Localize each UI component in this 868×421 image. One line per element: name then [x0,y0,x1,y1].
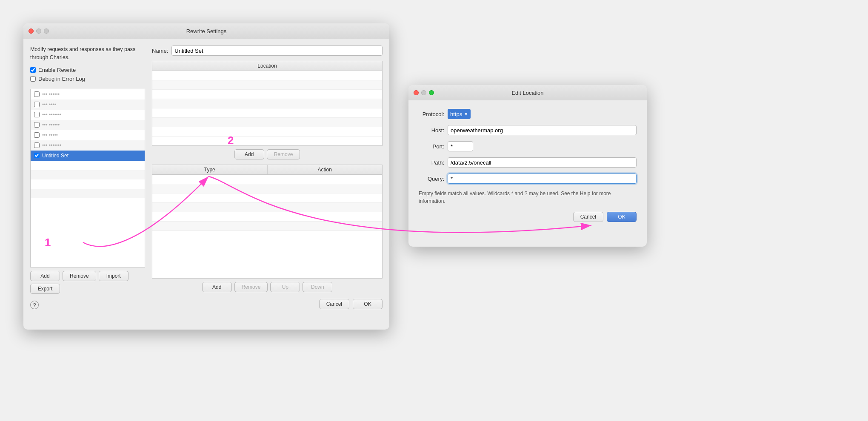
list-item-untitled-set[interactable]: Untitled Set [31,151,145,161]
main-ok-button[interactable]: OK [353,299,383,309]
edit-window-title: Edit Location [408,90,647,96]
sets-import-button[interactable]: Import [99,271,128,281]
main-content: Modify requests and responses as they pa… [23,39,389,316]
list-item[interactable] [31,170,145,179]
debug-error-log-row: Debug in Error Log [30,76,145,82]
action-down-button[interactable]: Down [303,282,332,292]
description-text: Modify requests and responses as they pa… [30,46,145,62]
action-col-header: Action [268,165,383,174]
list-item[interactable]: ••• ••••••• [31,140,145,151]
location-add-button[interactable]: Add [234,149,264,159]
edit-close-button[interactable] [414,90,419,95]
list-item[interactable]: ••• •••••• [31,89,145,100]
main-layout: Modify requests and responses as they pa… [30,46,383,309]
sets-add-button[interactable]: Add [30,271,60,281]
edit-ok-button[interactable]: OK [607,212,637,222]
table-row[interactable] [152,127,382,137]
enable-rewrite-row: Enable Rewrite [30,67,145,73]
location-remove-button[interactable]: Remove [267,149,300,159]
protocol-row: Protocol: https ▼ [419,109,637,119]
table-row[interactable] [152,90,382,99]
debug-error-log-checkbox[interactable] [30,76,36,82]
host-label: Host: [419,127,444,134]
list-item[interactable] [31,179,145,189]
protocol-select[interactable]: https ▼ [448,109,471,119]
edit-maximize-button[interactable] [429,90,434,95]
close-button[interactable] [29,28,34,34]
table-row[interactable] [152,108,382,118]
action-buttons: Add Remove Up Down [152,282,383,292]
query-row: Query: [419,174,637,184]
right-panel: Name: Location [152,46,383,309]
name-label: Name: [152,48,168,54]
host-row: Host: [419,125,637,135]
location-table: Location [152,61,383,146]
edit-traffic-lights [414,90,434,95]
minimize-button[interactable] [36,28,41,34]
edit-minimize-button[interactable] [421,90,426,95]
hint-text: Empty fields match all values. Wildcards… [419,190,637,205]
main-titlebar: Rewrite Settings [23,23,389,39]
list-item[interactable] [31,189,145,198]
action-remove-button[interactable]: Remove [234,282,268,292]
query-label: Query: [419,176,444,182]
debug-error-log-label: Debug in Error Log [38,76,85,82]
help-button[interactable]: ? [30,301,39,309]
list-item[interactable]: ••• •••• [31,100,145,110]
list-item[interactable] [31,161,145,170]
table-row[interactable] [152,222,382,231]
left-panel: Modify requests and responses as they pa… [30,46,145,309]
edit-cancel-button[interactable]: Cancel [573,212,603,222]
table-row[interactable] [152,175,382,184]
list-item[interactable]: ••• ••••••• [31,110,145,120]
path-row: Path: [419,157,637,168]
table-row[interactable] [152,184,382,193]
sets-export-button[interactable]: Export [30,284,60,294]
path-input[interactable] [448,157,637,168]
action-add-button[interactable]: Add [202,282,232,292]
type-action-table: Type Action [152,165,383,279]
edit-window: Edit Location Protocol: https ▼ Host: Po… [408,85,647,247]
protocol-value: https [450,111,462,117]
enable-rewrite-label: Enable Rewrite [38,67,76,73]
table-row[interactable] [152,231,382,240]
location-table-header: Location [152,61,382,71]
sets-list[interactable]: ••• •••••• ••• •••• ••• ••••••• [30,89,145,268]
table-row[interactable] [152,212,382,222]
type-action-rows [152,175,382,240]
table-row[interactable] [152,193,382,203]
type-col-header: Type [152,165,268,174]
table-row[interactable] [152,99,382,108]
port-label: Port: [419,143,444,150]
edit-bottom-buttons: Cancel OK [419,212,637,222]
query-input[interactable] [448,174,637,184]
chevron-down-icon: ▼ [464,112,468,117]
untitled-set-label: Untitled Set [42,153,69,159]
edit-titlebar: Edit Location [408,85,647,100]
table-row[interactable] [152,71,382,80]
main-cancel-button[interactable]: Cancel [319,299,349,309]
traffic-lights [29,28,49,34]
table-row[interactable] [152,203,382,212]
location-buttons: Add Remove [152,149,383,159]
edit-content: Protocol: https ▼ Host: Port: Path: Quer… [408,100,647,230]
table-row[interactable] [152,80,382,90]
name-row: Name: [152,46,383,56]
path-label: Path: [419,159,444,166]
maximize-button[interactable] [44,28,49,34]
sets-remove-button[interactable]: Remove [63,271,96,281]
list-item[interactable]: ••• •••••• [31,120,145,130]
port-row: Port: [419,141,637,151]
port-input[interactable] [448,141,473,151]
location-table-rows [152,71,382,137]
host-input[interactable] [448,125,637,135]
name-input[interactable] [171,46,383,56]
main-window-title: Rewrite Settings [23,28,389,34]
action-up-button[interactable]: Up [270,282,300,292]
enable-rewrite-checkbox[interactable] [30,67,36,73]
bottom-buttons: Cancel OK [152,299,383,309]
list-item[interactable]: ••• ••••• [31,130,145,140]
main-window: Rewrite Settings Modify requests and res… [23,23,389,330]
table-row[interactable] [152,118,382,127]
protocol-label: Protocol: [419,111,444,117]
